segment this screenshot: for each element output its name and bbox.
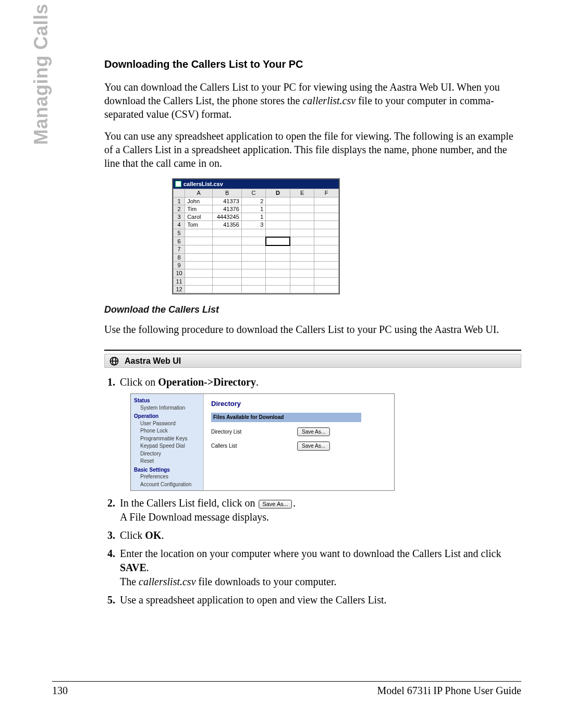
table-row: 10 xyxy=(174,269,339,277)
cell xyxy=(290,221,314,229)
cell xyxy=(213,253,241,261)
cell xyxy=(213,277,241,285)
download-row: Callers ListSave As... xyxy=(211,441,389,451)
row-header: 4 xyxy=(174,221,185,229)
corner-cell xyxy=(174,189,185,197)
cell: Tom xyxy=(185,221,213,229)
ok-label: OK xyxy=(145,529,161,541)
row-header: 10 xyxy=(174,269,185,277)
cell xyxy=(314,269,339,277)
text: . xyxy=(293,497,296,509)
webui-divider xyxy=(104,350,521,351)
cell xyxy=(241,269,266,277)
row-header: 3 xyxy=(174,213,185,221)
cell: John xyxy=(185,197,213,205)
aastra-heading: Directory xyxy=(211,399,389,409)
cell: 3 xyxy=(241,221,266,229)
nav-group[interactable]: Basic Settings xyxy=(134,466,200,474)
row-header: 8 xyxy=(174,253,185,261)
cell: 41356 xyxy=(213,221,241,229)
row-header: 5 xyxy=(174,229,185,237)
cell xyxy=(213,229,241,237)
nav-item[interactable]: User Password xyxy=(140,420,200,428)
col-header: E xyxy=(290,189,314,197)
aastra-main: Directory Files Available for Download D… xyxy=(204,394,394,490)
cell xyxy=(266,229,290,237)
paragraph-1: You can download the Callers List to you… xyxy=(104,80,521,121)
page: Managing Calls Downloading the Callers L… xyxy=(0,0,563,728)
save-as-button-inline[interactable]: Save As... xyxy=(259,500,292,509)
document-icon xyxy=(175,181,181,187)
cell xyxy=(266,221,290,229)
download-row: Directory ListSave As... xyxy=(211,427,389,437)
cell xyxy=(266,245,290,254)
cell xyxy=(314,285,339,293)
save-label: SAVE xyxy=(120,562,146,573)
cell xyxy=(314,277,339,285)
nav-item[interactable]: System Information xyxy=(140,404,200,412)
paragraph-2: You can use any spreadsheet application … xyxy=(104,129,521,170)
step-3: Click OK. xyxy=(118,528,521,542)
cell xyxy=(290,277,314,285)
text: . xyxy=(256,376,259,388)
col-header: C xyxy=(241,189,266,197)
cell xyxy=(213,285,241,293)
nav-item[interactable]: Preferences xyxy=(140,473,200,481)
spreadsheet-title: callersList.csv xyxy=(183,180,223,188)
save-as-button[interactable]: Save As... xyxy=(297,441,330,451)
col-header: D xyxy=(266,189,290,197)
row-header: 1 xyxy=(174,197,185,205)
cell xyxy=(314,245,339,254)
cell xyxy=(290,237,314,245)
cell xyxy=(290,205,314,213)
table-row: 8 xyxy=(174,253,339,261)
table-row: 7 xyxy=(174,245,339,254)
nav-item[interactable]: Programmable Keys xyxy=(140,435,200,443)
cell xyxy=(213,262,241,269)
nav-item[interactable]: Phone Lock xyxy=(140,427,200,435)
cell xyxy=(266,269,290,277)
cell xyxy=(290,229,314,237)
cell: 2 xyxy=(241,197,266,205)
text: Enter the location on your computer wher… xyxy=(120,548,501,559)
nav-group[interactable]: Status xyxy=(134,397,200,404)
spreadsheet-window: callersList.csv A B C D E xyxy=(172,178,340,294)
table-row: 11 xyxy=(174,277,339,285)
cell xyxy=(290,213,314,221)
text: A File Download message displays. xyxy=(120,511,269,523)
content-area: Downloading the Callers List to Your PC … xyxy=(104,57,521,607)
step-4: Enter the location on your computer wher… xyxy=(118,547,521,589)
filename-italic: callerlist.csv xyxy=(302,95,356,106)
cell xyxy=(266,213,290,221)
nav-item[interactable]: Directory xyxy=(140,450,200,458)
row-header: 12 xyxy=(174,285,185,293)
subsection-title: Download the Callers List xyxy=(104,304,521,316)
nav-item[interactable]: Account Configuration xyxy=(140,481,200,489)
col-header: B xyxy=(213,189,241,197)
step-2: In the Callers List field, click on Save… xyxy=(118,496,521,524)
cell xyxy=(213,245,241,254)
cell xyxy=(241,245,266,254)
cell: Carol xyxy=(185,213,213,221)
table-row: 1John413732 xyxy=(174,197,339,205)
text: The xyxy=(120,576,139,587)
cell xyxy=(185,237,213,245)
nav-item[interactable]: Keypad Speed Dial xyxy=(140,442,200,450)
row-header: 6 xyxy=(174,237,185,245)
nav-item[interactable]: Reset xyxy=(140,458,200,465)
cell xyxy=(290,245,314,254)
cell xyxy=(185,269,213,277)
row-header: 2 xyxy=(174,205,185,213)
cell xyxy=(241,237,266,245)
nav-group[interactable]: Operation xyxy=(134,413,200,420)
text: file downloads to your computer. xyxy=(196,576,337,587)
spreadsheet-screenshot: callersList.csv A B C D E xyxy=(172,178,521,294)
cell xyxy=(185,253,213,261)
step-1: Click on Operation->Directory. StatusSys… xyxy=(118,375,521,491)
cell xyxy=(185,262,213,269)
cell xyxy=(266,237,290,245)
cell: 41373 xyxy=(213,197,241,205)
column-header-row: A B C D E F xyxy=(174,189,339,197)
save-as-button[interactable]: Save As... xyxy=(297,427,330,437)
menu-path: Operation->Directory xyxy=(158,376,256,388)
